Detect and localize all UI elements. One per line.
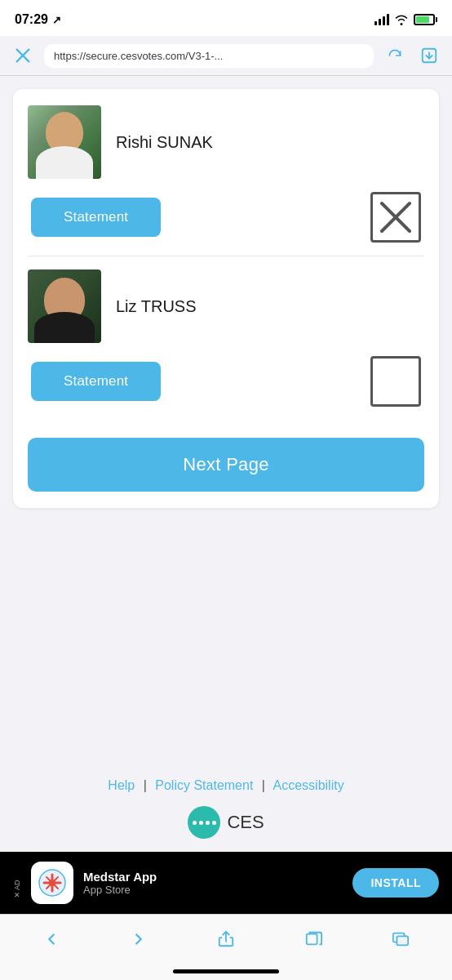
time-display: 07:29 <box>15 12 48 27</box>
statement-button-rishi[interactable]: Statement <box>31 198 161 237</box>
candidate-info-liz: Liz TRUSS <box>28 270 424 343</box>
forward-button[interactable] <box>121 921 157 957</box>
vote-checkbox-liz[interactable] <box>370 356 421 407</box>
dot-3 <box>206 821 210 825</box>
candidate-actions-rishi: Statement <box>28 192 424 243</box>
statement-button-liz[interactable]: Statement <box>31 362 161 401</box>
candidate-photo-liz <box>28 270 101 343</box>
location-icon: ↗ <box>52 14 61 26</box>
svg-rect-9 <box>307 933 317 944</box>
candidate-info-rishi: Rishi SUNAK <box>28 105 424 179</box>
status-time: 07:29 ↗ <box>15 12 61 27</box>
candidate-row: Rishi SUNAK Statement <box>28 105 424 256</box>
footer-links: Help | Policy Statement | Accessibility <box>13 778 439 793</box>
signal-bars <box>374 14 389 25</box>
dot-2 <box>199 821 203 825</box>
windows-button[interactable] <box>383 921 419 957</box>
browser-chrome: https://secure.cesvotes.com/V3-1-... <box>0 36 452 76</box>
dot-1 <box>193 821 197 825</box>
candidate-row-liz: Liz TRUSS Statement <box>28 270 424 420</box>
url-text: https://secure.cesvotes.com/V3-1-... <box>54 50 364 62</box>
candidate-actions-liz: Statement <box>28 356 424 407</box>
home-indicator <box>0 963 452 980</box>
close-button[interactable] <box>10 42 36 69</box>
ad-x-label: ✕ <box>14 891 20 899</box>
battery-icon <box>414 14 437 25</box>
separator-1: | <box>144 778 147 792</box>
help-link[interactable]: Help <box>108 778 135 792</box>
vote-checkbox-rishi[interactable] <box>370 192 421 243</box>
candidate-name-liz: Liz TRUSS <box>116 297 197 316</box>
footer: Help | Policy Statement | Accessibility … <box>0 759 452 852</box>
dot-4 <box>212 821 216 825</box>
ad-title: Medstar App <box>83 870 343 884</box>
candidate-name-rishi: Rishi SUNAK <box>116 133 213 152</box>
status-icons <box>374 14 437 25</box>
reload-button[interactable] <box>382 42 408 69</box>
bottom-nav <box>0 914 452 963</box>
ad-label: AD <box>13 867 21 890</box>
back-button[interactable] <box>33 921 69 957</box>
url-bar[interactable]: https://secure.cesvotes.com/V3-1-... <box>44 44 374 68</box>
separator-2: | <box>262 778 265 792</box>
ad-icon <box>31 862 73 904</box>
ces-text: CES <box>227 812 264 833</box>
ad-content: Medstar App App Store <box>83 870 343 896</box>
ces-icon <box>188 806 220 839</box>
accessibility-link[interactable]: Accessibility <box>273 778 344 792</box>
candidate-photo-rishi <box>28 105 101 179</box>
home-bar <box>173 969 279 973</box>
ad-banner: AD ✕ Medstar App App Store INSTALL <box>0 852 452 914</box>
download-button[interactable] <box>416 42 442 69</box>
content-area: Rishi SUNAK Statement Liz TRUSS Statemen… <box>0 76 452 759</box>
install-button[interactable]: INSTALL <box>352 868 439 898</box>
ad-subtitle: App Store <box>83 884 343 896</box>
share-button[interactable] <box>208 921 244 957</box>
tabs-button[interactable] <box>295 921 331 957</box>
ces-logo: CES <box>13 806 439 839</box>
status-bar: 07:29 ↗ <box>0 0 452 36</box>
svg-rect-11 <box>397 936 408 945</box>
next-page-button[interactable]: Next Page <box>28 438 424 492</box>
wifi-icon <box>394 14 409 25</box>
voting-card: Rishi SUNAK Statement Liz TRUSS Statemen… <box>13 89 439 508</box>
policy-link[interactable]: Policy Statement <box>155 778 253 792</box>
